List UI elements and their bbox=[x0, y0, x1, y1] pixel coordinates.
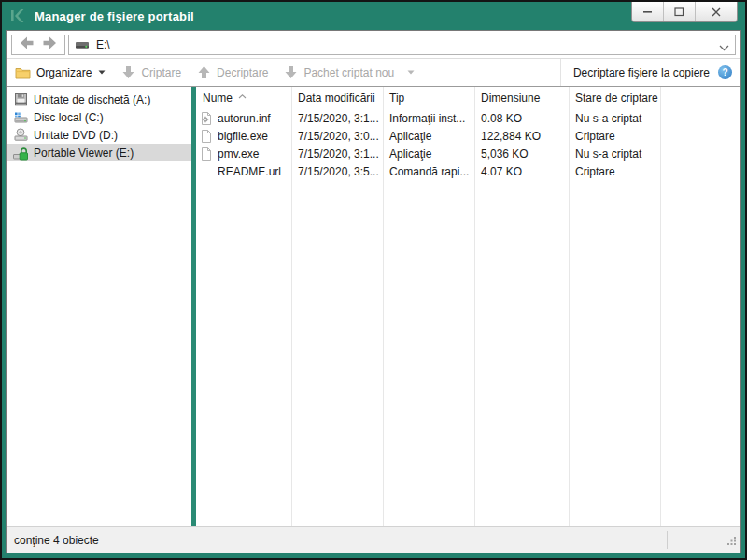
sidebar-item-label: Unitate DVD (D:) bbox=[34, 129, 118, 142]
decrypt-button[interactable]: Decriptare bbox=[197, 65, 268, 79]
file-name: bigfile.exe bbox=[218, 130, 268, 143]
window-title: Manager de fişiere portabil bbox=[35, 9, 194, 23]
caret-down-icon bbox=[98, 70, 106, 75]
no-icon bbox=[200, 165, 213, 178]
sidebar-item[interactable]: Unitate DVD (D:) bbox=[7, 126, 191, 144]
encrypted-drive-icon bbox=[13, 146, 28, 161]
sidebar-item-label: Portable Viewer (E:) bbox=[34, 147, 134, 160]
caret-down-icon bbox=[407, 70, 415, 75]
maximize-icon bbox=[674, 7, 684, 17]
sidebar-item-label: Unitate de dischetă (A:) bbox=[34, 93, 150, 106]
column-header-modified[interactable]: Data modificării bbox=[291, 91, 383, 105]
file-modified-cell: 7/15/2020, 3:5... bbox=[291, 165, 383, 178]
file-type-cell: Aplicaţie bbox=[383, 130, 474, 143]
address-dropdown-button[interactable] bbox=[719, 41, 729, 54]
file-row[interactable]: pmv.exe 7/15/2020, 3:1... Aplicaţie 5,03… bbox=[196, 145, 740, 162]
file-rows: autorun.inf 7/15/2020, 3:1... Informaţii… bbox=[196, 109, 740, 180]
file-name: pmv.exe bbox=[218, 147, 259, 161]
file-icon bbox=[200, 130, 213, 143]
sidebar-item[interactable]: Portable Viewer (E:) bbox=[7, 144, 191, 161]
file-list: Nume Data modificării Tip Dimensiune Sta… bbox=[196, 87, 740, 526]
file-modified-cell: 7/15/2020, 3:1... bbox=[291, 147, 383, 161]
column-grid-line bbox=[474, 87, 475, 526]
kaspersky-logo-icon bbox=[10, 8, 24, 23]
column-header-size[interactable]: Dimensiune bbox=[474, 91, 569, 105]
sort-ascending-icon bbox=[238, 89, 247, 102]
file-row[interactable]: bigfile.exe 7/15/2020, 3:0... Aplicaţie … bbox=[196, 127, 740, 145]
file-type-cell: Aplicaţie bbox=[383, 147, 474, 161]
file-name: README.url bbox=[218, 165, 281, 178]
back-arrow-icon bbox=[20, 36, 35, 49]
file-name-cell: pmv.exe bbox=[196, 147, 291, 161]
sidebar-item[interactable]: Disc local (C:) bbox=[7, 108, 191, 126]
column-grid-line bbox=[383, 87, 384, 526]
floppy-drive-icon bbox=[13, 92, 28, 107]
column-header-type[interactable]: Tip bbox=[383, 91, 474, 105]
window: Manager de fişiere portabil bbox=[0, 0, 747, 560]
title-bar: Manager de fişiere portabil bbox=[2, 2, 745, 30]
maximize-button[interactable] bbox=[663, 2, 695, 21]
folder-icon bbox=[15, 66, 31, 79]
file-name-cell: bigfile.exe bbox=[196, 130, 291, 143]
file-status-cell: Nu s-a criptat bbox=[569, 112, 660, 125]
back-button[interactable] bbox=[20, 36, 35, 53]
config-file-icon bbox=[200, 112, 213, 125]
file-status-cell: Criptare bbox=[569, 130, 660, 143]
sidebar-item[interactable]: Unitate de dischetă (A:) bbox=[7, 91, 191, 108]
file-size-cell: 0.08 KO bbox=[474, 112, 569, 125]
column-grid-line bbox=[569, 87, 570, 526]
toolbar: Organizare Criptare Decriptare Pachet cr… bbox=[7, 59, 740, 87]
nav-buttons bbox=[11, 35, 65, 55]
main-area: Unitate de dischetă (A:) Disc local (C:)… bbox=[7, 87, 740, 526]
file-status-cell: Criptare bbox=[569, 165, 660, 178]
list-header-row: Nume Data modificării Tip Dimensiune Sta… bbox=[196, 87, 740, 109]
column-grid-line bbox=[660, 87, 661, 526]
local-disk-icon bbox=[13, 110, 28, 125]
file-name-cell: autorun.inf bbox=[196, 112, 291, 125]
status-text: conţine 4 obiecte bbox=[14, 534, 99, 547]
close-button[interactable] bbox=[695, 2, 737, 21]
file-type-cell: Comandă rapi... bbox=[383, 165, 474, 178]
forward-arrow-icon bbox=[42, 36, 57, 49]
address-text: E:\ bbox=[96, 38, 110, 51]
file-name: autorun.inf bbox=[218, 112, 271, 125]
sidebar-item-label: Disc local (C:) bbox=[34, 111, 104, 124]
new-package-label: Pachet criptat nou bbox=[303, 66, 394, 79]
window-content: E:\ Organizare Criptare Decriptare bbox=[6, 30, 741, 553]
decrypt-on-copy-label: Decriptare fişiere la copiere bbox=[573, 66, 710, 79]
drive-icon bbox=[75, 38, 90, 50]
new-encrypted-package-button[interactable]: Pachet criptat nou bbox=[284, 65, 415, 79]
help-icon[interactable]: ? bbox=[718, 65, 732, 79]
sidebar: Unitate de dischetă (A:) Disc local (C:)… bbox=[7, 87, 191, 526]
minimize-button[interactable] bbox=[632, 2, 663, 21]
navigation-bar: E:\ bbox=[7, 31, 740, 59]
arrow-down-icon bbox=[121, 65, 135, 79]
file-size-cell: 122,884 KO bbox=[474, 130, 569, 143]
file-row[interactable]: README.url 7/15/2020, 3:5... Comandă rap… bbox=[196, 162, 740, 180]
window-controls bbox=[631, 2, 738, 22]
file-modified-cell: 7/15/2020, 3:0... bbox=[291, 130, 383, 143]
file-status-cell: Nu s-a criptat bbox=[569, 147, 660, 161]
file-row[interactable]: autorun.inf 7/15/2020, 3:1... Informaţii… bbox=[196, 109, 740, 127]
column-header-status[interactable]: Stare de criptare bbox=[569, 91, 660, 105]
file-modified-cell: 7/15/2020, 3:1... bbox=[291, 112, 383, 125]
encrypt-label: Criptare bbox=[141, 66, 181, 79]
organize-label: Organizare bbox=[36, 66, 92, 79]
resize-grip-icon[interactable] bbox=[726, 535, 738, 550]
encrypt-button[interactable]: Criptare bbox=[121, 65, 181, 79]
arrow-up-icon bbox=[197, 65, 211, 79]
file-size-cell: 4.07 KO bbox=[474, 165, 569, 178]
decrypt-on-copy-option[interactable]: Decriptare fişiere la copiere ? bbox=[560, 59, 732, 86]
organize-button[interactable]: Organizare bbox=[15, 66, 106, 79]
chevron-down-icon bbox=[719, 45, 729, 51]
dvd-drive-icon bbox=[13, 128, 28, 143]
close-icon bbox=[712, 7, 721, 17]
file-icon bbox=[200, 147, 213, 161]
status-bar: conţine 4 obiecte bbox=[7, 526, 740, 553]
file-name-cell: README.url bbox=[196, 165, 291, 178]
file-type-cell: Informaţii inst... bbox=[383, 112, 474, 125]
forward-button[interactable] bbox=[42, 36, 57, 53]
file-size-cell: 5,036 KO bbox=[474, 147, 569, 161]
address-bar[interactable]: E:\ bbox=[68, 35, 736, 55]
decrypt-label: Decriptare bbox=[217, 66, 268, 79]
